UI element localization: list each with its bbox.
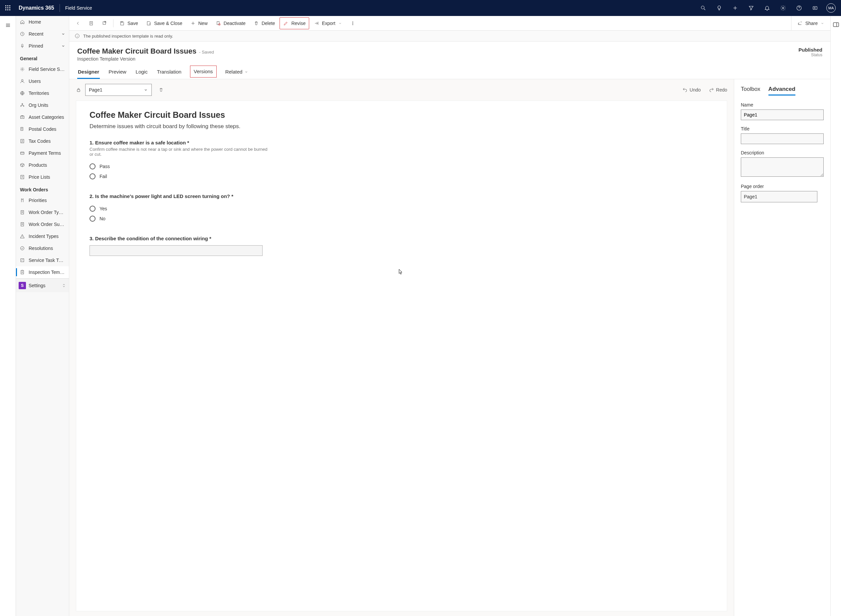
nav-item[interactable]: Resolutions [16, 242, 69, 254]
divider [60, 4, 60, 12]
back-button[interactable] [72, 17, 84, 29]
props-tab-toolbox[interactable]: Toolbox [741, 86, 760, 95]
nav-item[interactable]: Territories [16, 87, 69, 99]
nav-recent[interactable]: Recent [16, 28, 69, 40]
form-description[interactable]: Determine issues with circuit board by f… [89, 123, 714, 130]
status-value: Published [799, 47, 822, 53]
nav-label: Postal Codes [29, 126, 66, 132]
canvas-toolbar: Page1 Undo Redo [76, 84, 727, 96]
tab-translation[interactable]: Translation [156, 66, 182, 79]
lightbulb-icon[interactable] [712, 0, 727, 16]
svg-rect-38 [21, 223, 23, 226]
page-selector[interactable]: Page1 [85, 84, 152, 96]
nav-item[interactable]: Priorities [16, 194, 69, 206]
tab-versions[interactable]: Versions [190, 66, 217, 78]
nav-item[interactable]: Payment Terms [16, 147, 69, 159]
nav-item[interactable]: Users [16, 75, 69, 87]
svg-point-26 [23, 106, 24, 107]
plus-icon[interactable] [728, 0, 743, 16]
svg-rect-0 [5, 5, 6, 6]
svg-rect-15 [813, 7, 817, 10]
radio-option[interactable]: No [89, 214, 714, 224]
nav-item[interactable]: Org Units [16, 99, 69, 111]
radio-icon [89, 173, 95, 179]
delete-button[interactable]: Delete [250, 17, 278, 29]
nav-item[interactable]: Asset Categories [16, 111, 69, 123]
question-title: 1. Ensure coffee maker is a safe locatio… [89, 140, 714, 145]
nav-item[interactable]: Field Service Setti... [16, 63, 69, 75]
radio-option[interactable]: Fail [89, 172, 714, 181]
deactivate-button[interactable]: Deactivate [212, 17, 249, 29]
service-name[interactable]: Field Service [65, 5, 92, 11]
prop-description-input[interactable] [741, 157, 824, 177]
revise-button[interactable]: Revise [280, 17, 309, 29]
open-new-window-button[interactable] [98, 17, 110, 29]
nav-item[interactable]: Work Order Types [16, 206, 69, 218]
overflow-button[interactable] [347, 17, 359, 29]
delete-page-button[interactable] [156, 85, 166, 95]
nav-item[interactable]: Work Order Subst... [16, 218, 69, 230]
area-label: Settings [29, 283, 45, 288]
area-switcher[interactable]: S Settings [16, 278, 69, 292]
nav-section-general: General [16, 52, 69, 63]
tab-related[interactable]: Related [225, 66, 249, 79]
nav-home[interactable]: Home [16, 16, 69, 28]
svg-rect-62 [77, 89, 80, 91]
svg-rect-45 [21, 271, 23, 274]
share-button[interactable]: Share [794, 17, 828, 29]
form-title[interactable]: Coffee Maker Circuit Board Issues [89, 110, 714, 120]
warning-icon [19, 233, 25, 239]
nav-item[interactable]: Tax Codes [16, 135, 69, 147]
question-2[interactable]: 2. Is the machine's power light and LED … [89, 194, 714, 224]
bell-icon[interactable] [760, 0, 774, 16]
prop-name-input[interactable] [741, 110, 824, 120]
tax-icon [19, 138, 25, 144]
search-icon[interactable] [696, 0, 711, 16]
chevron-down-icon [61, 32, 66, 36]
svg-point-9 [701, 6, 704, 9]
record-set-button[interactable] [85, 17, 97, 29]
nav-item[interactable]: Inspection Templa... [16, 266, 69, 278]
save-close-button[interactable]: Save & Close [143, 17, 186, 29]
postal-icon [19, 126, 25, 132]
tab-designer[interactable]: Designer [77, 66, 100, 79]
nav-item[interactable]: Incident Types [16, 230, 69, 242]
redo-button[interactable]: Redo [709, 87, 727, 92]
svg-point-21 [22, 69, 23, 70]
filter-icon[interactable] [744, 0, 759, 16]
settings-gear-icon[interactable] [776, 0, 790, 16]
undo-button[interactable]: Undo [682, 87, 700, 92]
export-button[interactable]: Export [311, 17, 345, 29]
radio-option[interactable]: Pass [89, 161, 714, 172]
designer-surface: Page1 Undo Redo Coffee Maker [69, 79, 830, 616]
assistant-toggle-icon[interactable] [832, 21, 840, 29]
payment-icon [19, 150, 25, 156]
prop-title-input[interactable] [741, 133, 824, 144]
option-label: Pass [100, 164, 110, 169]
nav-label: Users [29, 79, 66, 84]
nav-item[interactable]: Price Lists [16, 171, 69, 183]
hamburger-icon[interactable] [3, 20, 13, 31]
save-button[interactable]: Save [116, 17, 141, 29]
assistant-icon[interactable] [808, 0, 822, 16]
nav-pinned[interactable]: Pinned [16, 40, 69, 52]
globe-icon [19, 90, 25, 96]
nav-item[interactable]: Service Task Types [16, 254, 69, 266]
question-1[interactable]: 1. Ensure coffee maker is a safe locatio… [89, 140, 714, 181]
user-avatar[interactable]: MA [826, 3, 836, 13]
nav-item[interactable]: Products [16, 159, 69, 171]
question-3[interactable]: 3. Describe the condition of the connect… [89, 236, 714, 256]
text-answer-input[interactable] [89, 245, 262, 256]
tab-preview[interactable]: Preview [108, 66, 127, 79]
brand-title[interactable]: Dynamics 365 [19, 5, 54, 11]
help-icon[interactable] [792, 0, 806, 16]
prop-page-order-select[interactable]: Page1 [741, 191, 818, 202]
new-button[interactable]: New [187, 17, 211, 29]
nav-item[interactable]: Postal Codes [16, 123, 69, 135]
tab-logic[interactable]: Logic [135, 66, 148, 79]
app-launcher-icon[interactable] [3, 3, 13, 13]
radio-option[interactable]: Yes [89, 204, 714, 214]
top-bar: Dynamics 365 Field Service MA [0, 0, 841, 16]
clock-icon [19, 31, 25, 37]
props-tab-advanced[interactable]: Advanced [768, 86, 796, 95]
